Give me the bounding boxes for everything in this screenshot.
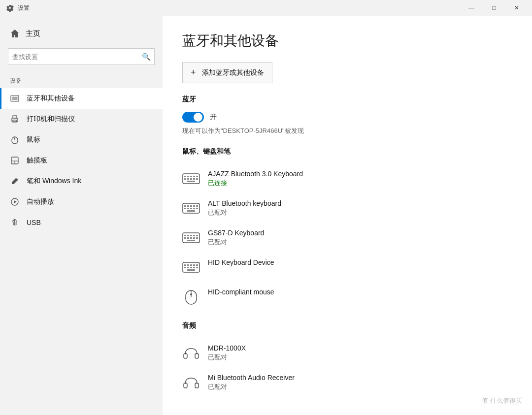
audio-device-info-0: MDR-1000X 已配对 <box>208 344 246 362</box>
device-item[interactable]: MDR-1000X 已配对 <box>182 338 512 368</box>
pen-icon <box>10 176 20 186</box>
svg-rect-23 <box>196 176 198 177</box>
close-button[interactable]: ✕ <box>505 0 528 16</box>
svg-rect-47 <box>196 235 198 236</box>
device-item[interactable]: HID Keyboard Device <box>182 253 512 282</box>
device-name-2: GS87-D Keyboard <box>208 229 264 237</box>
svg-rect-60 <box>184 267 186 268</box>
svg-rect-59 <box>196 264 198 266</box>
device-info-2: GS87-D Keyboard 已配对 <box>208 229 264 247</box>
sidebar-item-usb[interactable]: USB <box>0 212 163 233</box>
svg-rect-49 <box>187 237 189 239</box>
home-label: 主页 <box>26 29 40 38</box>
bluetooth-section-title: 蓝牙 <box>182 95 512 104</box>
svg-rect-38 <box>190 208 192 209</box>
svg-rect-25 <box>187 178 189 180</box>
svg-rect-36 <box>184 208 186 209</box>
device-status-1: 已配对 <box>208 208 281 217</box>
svg-rect-37 <box>187 208 189 209</box>
plus-icon: + <box>191 67 196 78</box>
svg-rect-20 <box>187 176 189 177</box>
sidebar-item-mouse-label: 鼠标 <box>27 135 40 144</box>
svg-rect-46 <box>193 235 195 236</box>
bluetooth-toggle[interactable] <box>182 112 204 123</box>
search-input[interactable] <box>12 53 142 61</box>
svg-rect-4 <box>13 116 17 118</box>
main-content: 蓝牙和其他设备 + 添加蓝牙或其他设备 蓝牙 开 现在可以作为"DESKTOP-… <box>163 16 532 415</box>
svg-rect-58 <box>193 264 195 266</box>
mouse-device-icon <box>182 288 200 306</box>
sidebar-section-label: 设备 <box>0 73 163 88</box>
sidebar-item-autoplay-label: 自动播放 <box>27 197 54 206</box>
home-icon <box>10 29 20 38</box>
device-status-0: 已连接 <box>208 179 303 188</box>
add-device-label: 添加蓝牙或其他设备 <box>202 68 264 77</box>
device-info-1: ALT Bluetooth keyboard 已配对 <box>208 199 281 217</box>
sidebar-item-printers[interactable]: 打印机和扫描仪 <box>0 109 163 129</box>
device-name-3: HID Keyboard Device <box>208 258 274 266</box>
sidebar-item-pen[interactable]: 笔和 Windows Ink <box>0 171 163 192</box>
device-info-4: HID-compliant mouse <box>208 288 274 297</box>
add-device-button[interactable]: + 添加蓝牙或其他设备 <box>182 62 272 83</box>
svg-rect-57 <box>190 264 192 266</box>
search-box[interactable]: 🔍 <box>8 48 155 65</box>
sidebar-item-pen-label: 笔和 Windows Ink <box>27 177 81 186</box>
device-item[interactable]: GS87-D Keyboard 已配对 <box>182 223 512 253</box>
device-name-1: ALT Bluetooth keyboard <box>208 199 281 207</box>
headphone-icon-0 <box>182 344 200 362</box>
svg-rect-22 <box>193 176 195 177</box>
svg-rect-62 <box>190 267 192 268</box>
search-icon: 🔍 <box>142 53 150 61</box>
svg-rect-44 <box>187 235 189 236</box>
svg-rect-53 <box>187 240 195 241</box>
sidebar-item-bluetooth-label: 蓝牙和其他设备 <box>27 94 75 103</box>
svg-rect-61 <box>187 267 189 268</box>
svg-rect-24 <box>184 178 186 180</box>
keyboard-icon-0 <box>182 170 200 188</box>
svg-rect-2 <box>12 97 17 100</box>
svg-rect-39 <box>193 208 195 209</box>
printer-icon <box>10 114 20 124</box>
device-status-2: 已配对 <box>208 238 264 247</box>
svg-rect-26 <box>190 178 192 180</box>
device-item[interactable]: ALT Bluetooth keyboard 已配对 <box>182 193 512 223</box>
device-item[interactable]: AJAZZ Bluetooth 3.0 Keyboard 已连接 <box>182 164 512 193</box>
sidebar-home-button[interactable]: 主页 <box>0 24 163 43</box>
titlebar-title: 设置 <box>18 4 30 12</box>
maximize-button[interactable]: □ <box>483 0 505 16</box>
device-info-0: AJAZZ Bluetooth 3.0 Keyboard 已连接 <box>208 170 303 188</box>
svg-rect-21 <box>190 176 192 177</box>
device-item[interactable]: HID-compliant mouse <box>182 282 512 312</box>
sidebar-item-autoplay[interactable]: 自动播放 <box>0 192 163 212</box>
svg-rect-51 <box>193 237 195 239</box>
keyboard-icon-2 <box>182 229 200 247</box>
device-name-4: HID-compliant mouse <box>208 288 274 296</box>
svg-rect-31 <box>184 205 186 207</box>
svg-rect-52 <box>196 237 198 239</box>
audio-device-name-0: MDR-1000X <box>208 344 246 352</box>
sidebar-item-touchpad-label: 触摸板 <box>27 156 47 165</box>
mouse-icon <box>10 135 20 145</box>
svg-point-17 <box>16 222 17 223</box>
device-item[interactable]: Mi Bluetooth Audio Receiver 已配对 <box>182 368 512 397</box>
settings-icon <box>6 4 14 12</box>
svg-rect-28 <box>196 178 198 180</box>
svg-rect-50 <box>190 237 192 239</box>
svg-rect-64 <box>196 267 198 268</box>
autoplay-icon <box>10 197 20 207</box>
svg-rect-33 <box>190 205 192 207</box>
sidebar-item-mouse[interactable]: 鼠标 <box>0 129 163 150</box>
svg-rect-35 <box>196 205 198 207</box>
keyboard-icon-3 <box>182 258 200 276</box>
bluetooth-toggle-row: 开 <box>182 112 512 123</box>
svg-point-8 <box>14 138 15 139</box>
sidebar-item-bluetooth[interactable]: 蓝牙和其他设备 <box>0 88 163 109</box>
audio-device-name-1: Mi Bluetooth Audio Receiver <box>208 374 295 382</box>
sidebar-item-touchpad[interactable]: 触摸板 <box>0 150 163 171</box>
titlebar-left: 设置 <box>6 4 30 12</box>
audio-device-status-0: 已配对 <box>208 353 246 362</box>
svg-rect-48 <box>184 237 186 239</box>
svg-rect-32 <box>187 205 189 207</box>
svg-rect-19 <box>184 176 186 177</box>
minimize-button[interactable]: — <box>460 0 483 16</box>
